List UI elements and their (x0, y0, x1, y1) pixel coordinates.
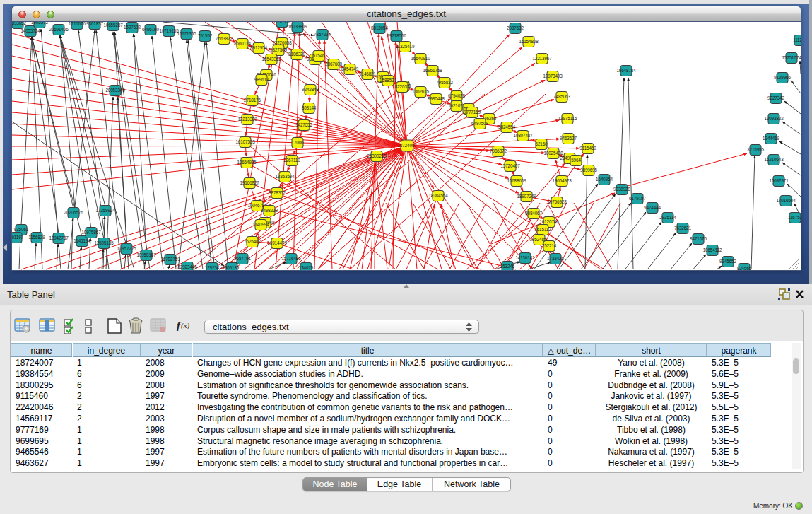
svg-text:10975867: 10975867 (81, 230, 101, 235)
svg-text:1527602: 1527602 (124, 25, 141, 30)
svg-text:3215955: 3215955 (747, 147, 764, 152)
svg-text:391197: 391197 (12, 235, 24, 240)
svg-text:16782759: 16782759 (160, 257, 180, 262)
svg-text:17957225: 17957225 (117, 246, 136, 251)
svg-text:12353594: 12353594 (275, 174, 295, 179)
svg-text:51546: 51546 (312, 53, 325, 58)
svg-text:8912954: 8912954 (250, 45, 267, 50)
svg-text:16120746: 16120746 (539, 219, 559, 224)
svg-text:19218506: 19218506 (387, 33, 406, 38)
svg-text:17016504: 17016504 (776, 198, 796, 203)
svg-text:11325419: 11325419 (396, 44, 415, 49)
svg-text:6497508: 6497508 (471, 121, 488, 126)
svg-text:935061: 935061 (14, 227, 29, 232)
svg-text:8990448: 8990448 (428, 96, 445, 101)
svg-text:1140994: 1140994 (252, 222, 269, 227)
svg-text:8186328: 8186328 (288, 52, 305, 57)
svg-text:1615112: 1615112 (534, 227, 551, 232)
svg-text:17006: 17006 (291, 140, 304, 145)
svg-text:25300213: 25300213 (367, 153, 387, 158)
svg-text:822037: 822037 (395, 84, 410, 89)
svg-text:9115460: 9115460 (579, 146, 596, 151)
svg-text:751552: 751552 (198, 33, 213, 38)
svg-text:15716485: 15716485 (281, 256, 301, 261)
svg-text:9463627: 9463627 (560, 136, 577, 141)
svg-text:1716676: 1716676 (69, 22, 86, 26)
svg-text:12213389: 12213389 (237, 117, 257, 122)
svg-text:10025438: 10025438 (543, 151, 563, 156)
svg-text:16914479: 16914479 (267, 240, 287, 245)
svg-text:16543362: 16543362 (261, 57, 281, 62)
svg-text:1905572: 1905572 (31, 22, 48, 25)
svg-text:1640954: 1640954 (596, 177, 613, 182)
svg-text:10973493: 10973493 (543, 74, 563, 78)
svg-text:20206576: 20206576 (64, 210, 83, 215)
svg-text:9327509: 9327509 (270, 47, 287, 52)
svg-text:803144: 803144 (302, 105, 317, 110)
svg-text:18724007: 18724007 (397, 143, 417, 148)
svg-text:9657791: 9657791 (234, 256, 251, 261)
svg-text:12942737: 12942737 (49, 235, 69, 240)
svg-text:12505135: 12505135 (94, 240, 114, 245)
svg-text:8471676: 8471676 (690, 236, 707, 241)
svg-text:2867608: 2867608 (325, 62, 342, 66)
svg-text:1362615: 1362615 (412, 89, 429, 94)
svg-text:2087682: 2087682 (507, 25, 524, 30)
svg-text:10688609: 10688609 (507, 178, 526, 183)
svg-text:20053346: 20053346 (105, 88, 125, 93)
svg-text:9245652: 9245652 (719, 259, 736, 264)
svg-text:9338928: 9338928 (613, 187, 630, 192)
svg-text:7632621: 7632621 (674, 226, 691, 230)
svg-text:10719155: 10719155 (159, 28, 179, 33)
svg-text:(x): (x) (181, 321, 190, 330)
svg-text:9777169: 9777169 (464, 110, 481, 115)
svg-text:19166827: 19166827 (240, 180, 259, 185)
svg-text:14136141: 14136141 (515, 255, 535, 260)
svg-text:16648784: 16648784 (616, 68, 636, 73)
svg-text:9084067: 9084067 (525, 211, 542, 216)
svg-text:7357224: 7357224 (314, 32, 331, 37)
svg-text:16107553: 16107553 (235, 139, 255, 144)
svg-text:3878352: 3878352 (269, 190, 286, 195)
svg-text:12213967: 12213967 (532, 56, 552, 61)
svg-text:16033809: 16033809 (288, 24, 307, 29)
svg-text:1145194: 1145194 (73, 238, 90, 243)
svg-text:1156829: 1156829 (28, 235, 45, 240)
svg-text:20691406: 20691406 (49, 27, 69, 32)
svg-text:924565: 924565 (737, 266, 752, 270)
svg-text:7986372: 7986372 (490, 148, 507, 153)
svg-text:12923446: 12923446 (177, 264, 197, 269)
svg-text:9129966: 9129966 (774, 75, 791, 80)
svg-text:1244419: 1244419 (763, 136, 779, 141)
svg-text:9227342: 9227342 (767, 95, 784, 100)
svg-text:10958167: 10958167 (136, 252, 156, 257)
svg-text:10756928: 10756928 (547, 199, 567, 204)
svg-text:5964: 5964 (571, 158, 581, 163)
svg-text:1498222: 1498222 (261, 208, 278, 213)
svg-text:8454749: 8454749 (341, 66, 358, 71)
svg-text:1733426: 1733426 (547, 256, 564, 261)
svg-text:10807487: 10807487 (513, 133, 533, 138)
svg-text:12975115: 12975115 (558, 116, 577, 121)
svg-text:7485063: 7485063 (553, 94, 570, 99)
svg-text:9474444: 9474444 (644, 205, 661, 210)
svg-text:116753: 116753 (788, 215, 801, 220)
svg-text:2935114: 2935114 (659, 215, 676, 220)
svg-text:989612: 989612 (254, 77, 269, 82)
svg-text:8393652: 8393652 (12, 22, 26, 25)
svg-text:153246: 153246 (500, 264, 515, 269)
svg-text:7625402: 7625402 (244, 239, 261, 244)
svg-text:15751074: 15751074 (782, 55, 801, 60)
svg-text:19654923: 19654923 (552, 178, 572, 183)
svg-text:10655287: 10655287 (103, 23, 123, 28)
svg-text:16640910: 16640910 (411, 56, 430, 61)
svg-text:8660124: 8660124 (234, 41, 251, 46)
svg-text:10654925: 10654925 (237, 160, 257, 165)
svg-text:9146821: 9146821 (359, 71, 376, 76)
svg-text:134625: 134625 (299, 265, 314, 270)
svg-text:14055724: 14055724 (20, 28, 40, 33)
svg-text:62160: 62160 (535, 141, 548, 146)
svg-text:905135: 905135 (225, 265, 240, 270)
svg-text:10654112: 10654112 (703, 247, 722, 252)
svg-text:9361837: 9361837 (86, 22, 103, 26)
